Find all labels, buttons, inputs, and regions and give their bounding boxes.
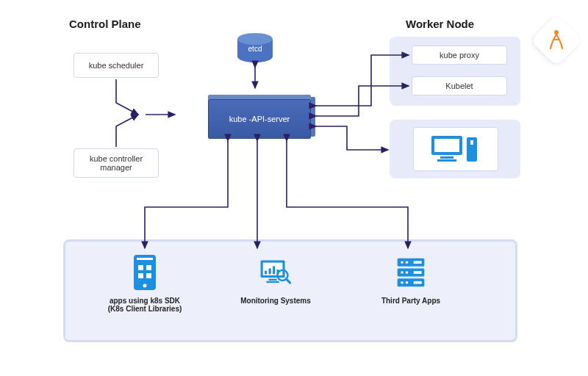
monitoring-icon (259, 253, 292, 292)
svg-rect-20 (269, 279, 277, 281)
svg-rect-9 (138, 265, 143, 270)
person-icon (548, 28, 565, 53)
svg-rect-3 (440, 156, 453, 159)
svg-rect-17 (269, 269, 271, 275)
svg-rect-12 (146, 273, 151, 278)
svg-rect-2 (434, 139, 459, 152)
svg-rect-8 (137, 258, 153, 260)
etcd-label: etcd (237, 45, 273, 53)
kube-scheduler-box: kube scheduler (74, 53, 159, 78)
svg-point-31 (401, 281, 404, 284)
svg-point-30 (406, 271, 409, 274)
third-party-item: Third Party Apps (363, 253, 459, 305)
svg-rect-10 (146, 265, 151, 270)
svg-rect-16 (265, 271, 267, 275)
svg-point-32 (406, 281, 409, 284)
mobile-apps-icon (129, 253, 161, 292)
monitoring-item: Monitoring Systems (228, 253, 323, 305)
computer-box (413, 127, 498, 171)
kube-controller-manager-box: kube controller manager (74, 148, 159, 178)
svg-point-27 (401, 261, 404, 264)
worker-node-heading: Worker Node (406, 18, 474, 30)
brand-logo-badge (531, 15, 583, 67)
svg-rect-11 (138, 273, 143, 278)
svg-point-28 (406, 261, 409, 264)
kube-proxy-box: kube proxy (412, 46, 507, 65)
svg-point-13 (143, 284, 147, 288)
svg-rect-21 (266, 281, 279, 283)
svg-point-29 (401, 271, 404, 274)
svg-rect-4 (437, 159, 456, 162)
kube-api-server-box: kube -API-server (208, 99, 311, 139)
monitoring-label: Monitoring Systems (228, 297, 323, 305)
control-plane-heading: Control Plane (69, 18, 141, 30)
svg-rect-34 (414, 271, 422, 274)
computer-icon (430, 133, 481, 165)
apps-sdk-label-line1: apps using k8s SDK (97, 297, 193, 305)
third-party-label: Third Party Apps (363, 297, 459, 305)
svg-rect-6 (470, 140, 473, 145)
apps-sdk-item: apps using k8s SDK (K8s Client Libraries… (97, 253, 193, 313)
svg-rect-33 (414, 261, 422, 264)
svg-rect-18 (273, 266, 275, 274)
server-stack-icon (395, 253, 427, 292)
kubelet-box: Kubelet (412, 76, 507, 95)
etcd-database-icon: etcd (237, 33, 273, 62)
svg-line-23 (286, 279, 290, 283)
apps-sdk-label-line2: (K8s Client Libraries) (97, 305, 193, 313)
svg-rect-35 (414, 281, 422, 284)
